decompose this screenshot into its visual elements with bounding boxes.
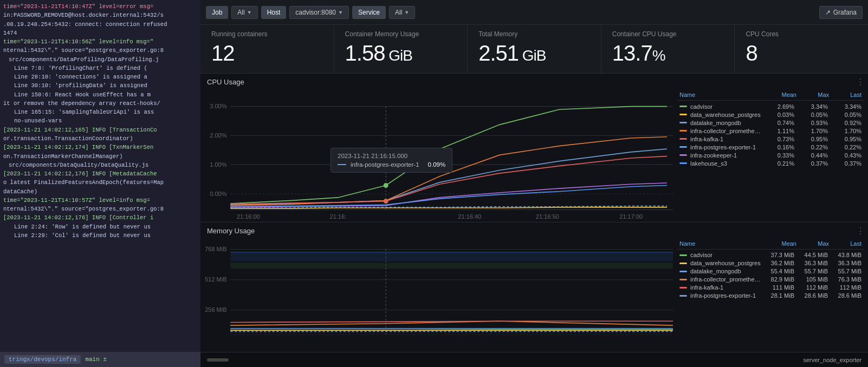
memory-panel-menu[interactable]: ⋮: [856, 226, 865, 236]
memory-svg: 768 MiB 512 MiB 256 MiB: [200, 237, 673, 352]
terminal-bottom-bar: tringx/devops/infra main ±: [0, 352, 200, 367]
terminal-line: Line 28:10: 'connections' is assigned a: [3, 73, 197, 81]
svg-point-15: [384, 183, 388, 188]
terminal-path: tringx/devops/infra: [4, 355, 81, 364]
legend-mean-val: 28.1 MiB: [764, 292, 794, 299]
memory-legend: Name Mean Max Last cadvisor 37.3 MiB 44.…: [673, 237, 868, 352]
legend-color-swatch: [679, 162, 687, 164]
job-button[interactable]: Job: [206, 6, 228, 19]
terminal-line: Line 30:10: 'profilingData' is assigned: [3, 81, 197, 90]
stat-value: 1.58 GiB: [345, 41, 457, 65]
stat-value: 8: [746, 41, 857, 65]
legend-color-swatch: [679, 146, 687, 148]
job-value: All: [237, 9, 244, 16]
stat-card: Running containers12: [200, 25, 334, 73]
job-label: Job: [212, 9, 222, 16]
legend-max-val: 1.70%: [798, 128, 828, 134]
svg-text:512 MiB: 512 MiB: [205, 276, 226, 283]
legend-max-val: 0.93%: [798, 120, 828, 126]
svg-text:3.00%: 3.00%: [210, 103, 226, 109]
legend-last-val: 0.05%: [831, 112, 861, 118]
terminal-line: time="2023-11-21T14:10:56Z" level=info m…: [3, 37, 197, 46]
legend-row: datalake_mongodb 0.74% 0.93% 0.92%: [677, 119, 864, 127]
terminal-content: time="2023-11-21T14:10:47Z" level=error …: [0, 0, 200, 341]
legend-row: lakehouse_s3 0.21% 0.37% 0.37%: [677, 159, 864, 167]
memory-legend-rows: cadvisor 37.3 MiB 44.5 MiB 43.8 MiB data…: [677, 251, 864, 300]
svg-text:21:16:: 21:16:: [330, 213, 347, 220]
legend-series-name: lakehouse_s3: [690, 160, 761, 167]
cpu-panel-menu[interactable]: ⋮: [856, 77, 865, 87]
legend-max-val: 3.34%: [798, 103, 828, 110]
legend-max-header: Max: [796, 91, 829, 98]
terminal-line: [2023-11-21 14:02:12,176] INFO [Metadata…: [3, 169, 197, 178]
legend-series-name: infra-postgres-exporter-1: [690, 292, 761, 299]
stats-row: Running containers12Container Memory Usa…: [200, 25, 868, 74]
job-value-button[interactable]: All ▼: [231, 6, 257, 19]
legend-row: infra-collector_prometheus-1 1.11% 1.70%…: [677, 127, 864, 135]
terminal-line: 1474: [3, 29, 197, 37]
mem-legend-name-header: Name: [679, 240, 764, 247]
legend-mean-val: 36.2 MiB: [764, 260, 794, 266]
service-value-button[interactable]: All ▼: [389, 6, 415, 19]
legend-max-val: 28.6 MiB: [798, 292, 828, 299]
legend-series-name: datalake_mongodb: [690, 268, 761, 274]
terminal-line: no-unused-vars: [3, 116, 197, 125]
stat-card: CPU Cores8: [735, 25, 868, 73]
stat-label: Running containers: [211, 30, 323, 38]
legend-last-val: 1.70%: [831, 128, 861, 134]
host-button[interactable]: Host: [261, 6, 287, 19]
legend-series-name: infra-collector_prometheus-1: [690, 128, 761, 134]
legend-name-header: Name: [679, 91, 764, 98]
terminal-line: dataCache): [3, 187, 197, 196]
external-link-icon: ↗: [825, 9, 831, 16]
legend-last-val: 28.6 MiB: [831, 292, 861, 299]
service-value: All: [395, 9, 402, 16]
grafana-link-label: Grafana: [833, 9, 857, 16]
service-button[interactable]: Service: [352, 6, 386, 19]
legend-last-val: 36.3 MiB: [831, 260, 861, 266]
memory-legend-header: Name Mean Max Last: [677, 239, 864, 250]
grafana-link-button[interactable]: ↗ Grafana: [819, 6, 863, 19]
legend-color-swatch: [679, 287, 687, 289]
legend-mean-val: 0.73%: [764, 136, 794, 142]
legend-max-val: 0.44%: [798, 152, 828, 159]
service-label: Service: [358, 9, 380, 16]
legend-max-val: 105 MiB: [798, 276, 828, 283]
toolbar: Job All ▼ Host cadvisor:8080 ▼ Service A…: [200, 0, 868, 25]
terminal-line: Line 7:8: 'ProfilingChart' is defined (: [3, 64, 197, 73]
svg-text:256 MiB: 256 MiB: [205, 306, 226, 313]
legend-color-swatch: [679, 138, 687, 140]
cpu-chart-body: 3.00% 2.00% 1.00% 0.00% 21:16:00 21:16: …: [200, 88, 868, 222]
cpu-legend-rows: cadvisor 2.69% 3.34% 3.34% data_warehous…: [677, 102, 864, 167]
legend-row: data_warehouse_postgres 36.2 MiB 36.3 Mi…: [677, 259, 864, 267]
memory-chart-title: Memory Usage: [200, 222, 868, 237]
terminal-line: it or remove the dependency array react-…: [3, 99, 197, 108]
host-value-button[interactable]: cadvisor:8080 ▼: [289, 6, 349, 19]
cpu-svg-area: 3.00% 2.00% 1.00% 0.00% 21:16:00 21:16: …: [200, 88, 673, 222]
legend-mean-val: 2.69%: [764, 103, 794, 110]
stat-label: CPU Cores: [746, 30, 857, 38]
memory-chart-body: 768 MiB 512 MiB 256 MiB: [200, 237, 868, 352]
svg-point-17: [384, 199, 388, 203]
legend-row: infra-zookeeper-1 0.33% 0.44% 0.43%: [677, 151, 864, 159]
terminal-branch: main ±: [85, 356, 107, 363]
svg-rect-27: [230, 263, 673, 268]
scrollbar-indicator[interactable]: [207, 358, 229, 362]
stat-value: 2.51 GiB: [478, 41, 590, 65]
terminal-line: src/components/DataQuality/DataQuality.j…: [3, 161, 197, 169]
legend-row: infra-collector_prometheus-1 82.9 MiB 10…: [677, 276, 864, 284]
service-chevron: ▼: [404, 10, 409, 15]
terminal-line: [2023-11-21 14:02:12,176] INFO [Controll…: [3, 213, 197, 222]
legend-color-swatch: [679, 279, 687, 280]
legend-max-val: 0.05%: [798, 112, 828, 118]
job-chevron: ▼: [247, 10, 252, 15]
svg-text:21:16:00: 21:16:00: [237, 213, 260, 220]
legend-max-val: 36.3 MiB: [798, 260, 828, 266]
legend-series-name: data_warehouse_postgres: [690, 112, 761, 118]
legend-row: data_warehouse_postgres 0.03% 0.05% 0.05…: [677, 110, 864, 119]
legend-max-val: 55.7 MiB: [798, 268, 828, 274]
cpu-svg: 3.00% 2.00% 1.00% 0.00% 21:16:00 21:16: …: [200, 88, 673, 222]
terminal-line: Line 2:29: 'Col' is defined but never us: [3, 231, 197, 240]
terminal-line: nternal:5432\"." source="postgres_export…: [3, 46, 197, 55]
legend-mean-header: Mean: [764, 91, 796, 98]
